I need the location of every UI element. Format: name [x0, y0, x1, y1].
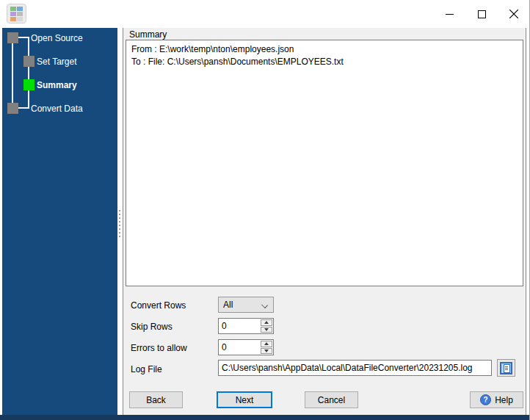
step-connector-line [28, 37, 29, 109]
summary-panel: Summary From : E:\work\temp\nton\employe… [123, 28, 526, 415]
log-file-browse-icon [500, 362, 512, 374]
skip-rows-decrement-button[interactable] [261, 327, 272, 333]
convert-rows-value: All [223, 300, 233, 310]
skip-rows-spinner [218, 318, 274, 334]
sidebar-item-set-target[interactable]: Set Target [37, 57, 76, 67]
step-marker-convert-data [7, 103, 18, 114]
sidebar-splitter[interactable] [117, 28, 123, 415]
sidebar-item-convert-data[interactable]: Convert Data [31, 104, 83, 114]
cancel-button-label: Cancel [318, 395, 345, 405]
spin-down-icon [264, 350, 269, 352]
maximize-button[interactable] [465, 0, 498, 28]
skip-rows-spin-buttons [261, 319, 272, 333]
convert-rows-dropdown[interactable]: All [218, 297, 274, 313]
close-button[interactable] [498, 0, 530, 28]
maximize-icon [478, 10, 486, 18]
errors-to-allow-spinner [218, 339, 274, 355]
spin-up-icon [264, 321, 269, 324]
window-controls [433, 0, 530, 28]
errors-to-allow-decrement-button[interactable] [261, 348, 272, 355]
step-marker-set-target [23, 56, 35, 67]
convert-rows-label: Convert Rows [131, 300, 186, 311]
log-file-browse-button[interactable] [497, 359, 515, 377]
skip-rows-label: Skip Rows [131, 322, 173, 332]
errors-to-allow-spin-buttons [261, 341, 272, 354]
help-button[interactable]: ? Help [470, 391, 523, 408]
next-button-label: Next [236, 395, 254, 405]
app-icon-grid [10, 7, 23, 21]
help-icon: ? [480, 394, 491, 405]
summary-line-to: To : File: C:\Users\pansh\Documents\EMPL… [131, 56, 518, 68]
back-button[interactable]: Back [129, 391, 183, 408]
spin-down-icon [264, 328, 269, 331]
log-file-input[interactable] [218, 360, 492, 376]
skip-rows-input[interactable] [219, 319, 261, 333]
step-connector-line [18, 37, 29, 38]
wizard-steps-sidebar: Open Source Set Target Summary Convert D… [2, 28, 117, 415]
spin-up-icon [264, 342, 269, 345]
data-file-converter-window: Open Source Set Target Summary Convert D… [0, 0, 530, 420]
window-bottom-edge [0, 415, 530, 420]
skip-rows-increment-button[interactable] [261, 319, 272, 326]
panel-title: Summary [129, 29, 167, 40]
close-icon [509, 10, 518, 18]
minimize-button[interactable] [433, 0, 465, 28]
splitter-grip [119, 210, 120, 237]
log-file-label: Log File [131, 364, 162, 374]
errors-to-allow-increment-button[interactable] [261, 341, 272, 347]
next-button[interactable]: Next [217, 391, 272, 408]
chevron-down-icon [261, 302, 268, 308]
sidebar-item-open-source[interactable]: Open Source [31, 33, 83, 43]
app-icon [7, 4, 26, 23]
cancel-button[interactable]: Cancel [305, 391, 358, 408]
step-connector-line [12, 43, 13, 104]
step-marker-summary [23, 79, 35, 90]
errors-to-allow-label: Errors to allow [131, 343, 187, 353]
help-button-label: Help [495, 395, 513, 405]
summary-textarea[interactable]: From : E:\work\temp\nton\employees.json … [126, 40, 523, 286]
title-bar [0, 0, 530, 28]
sidebar-item-summary[interactable]: Summary [37, 80, 77, 90]
step-connector-line [18, 107, 29, 109]
summary-line-from: From : E:\work\temp\nton\employees.json [131, 43, 518, 56]
errors-to-allow-input[interactable] [219, 340, 261, 355]
step-marker-open-source [7, 32, 18, 43]
back-button-label: Back [146, 395, 166, 405]
minimize-icon [446, 10, 454, 18]
